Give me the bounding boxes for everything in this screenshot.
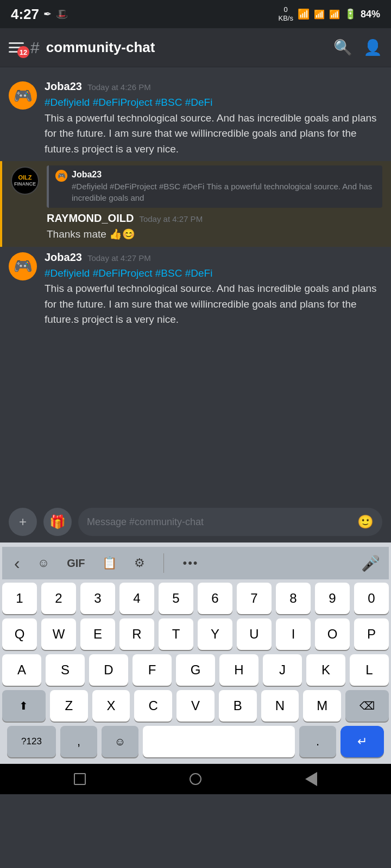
message-placeholder: Message #community-chat [87, 516, 352, 528]
key-1[interactable]: 1 [2, 583, 37, 614]
message-input-field[interactable]: Message #community-chat 🙂 [78, 508, 382, 536]
kb-toolbar-left: ‹ ☺ GIF 📋 ⚙ ••• [11, 551, 202, 576]
key-j[interactable]: J [263, 654, 302, 686]
message-author: Joba23 [45, 80, 82, 93]
channel-title: community-chat [46, 39, 323, 56]
key-t[interactable]: T [159, 618, 193, 650]
status-bar: 4:27 ✒ 🎩 0KB/s 📶 📶 📶 🔋 84% [0, 0, 391, 28]
key-g[interactable]: G [176, 654, 215, 686]
key-7[interactable]: 7 [237, 583, 272, 614]
key-k[interactable]: K [306, 654, 345, 686]
key-w[interactable]: W [41, 618, 76, 650]
key-enter[interactable]: ↵ [340, 726, 384, 757]
gift-button[interactable]: 🎁 [43, 508, 72, 536]
key-2[interactable]: 2 [41, 583, 76, 614]
key-h[interactable]: H [219, 654, 258, 686]
message-time-3: Today at 4:27 PM [87, 253, 151, 263]
message-time-raymond: Today at 4:27 PM [139, 214, 203, 224]
key-a[interactable]: A [2, 654, 41, 686]
key-b[interactable]: B [219, 690, 257, 722]
key-f[interactable]: F [133, 654, 172, 686]
profile-icon[interactable]: 👤 [363, 39, 382, 56]
key-q[interactable]: Q [2, 618, 37, 650]
key-r[interactable]: R [119, 618, 154, 650]
key-period[interactable]: . [299, 726, 336, 757]
nav-back-button[interactable] [305, 772, 317, 786]
key-shift[interactable]: ⬆ [2, 690, 46, 722]
add-button[interactable]: + [9, 508, 37, 536]
reply-preview: #Defiyield #DeFiProject #BSC #DeFi This … [72, 181, 376, 203]
key-num[interactable]: ?123 [7, 726, 56, 757]
nav-square-button[interactable] [74, 773, 86, 785]
keyboard-row-asdf: A S D F G H J K L [2, 654, 389, 686]
kb-more-button[interactable]: ••• [179, 554, 201, 572]
key-8[interactable]: 8 [276, 583, 311, 614]
kb-gif-button[interactable]: GIF [64, 555, 88, 572]
search-icon[interactable]: 🔍 [333, 39, 352, 56]
hat-icon: 🎩 [56, 8, 68, 20]
message-header-3: Joba23 Today at 4:27 PM [45, 251, 382, 264]
kb-settings-button[interactable]: ⚙ [131, 554, 148, 572]
key-m[interactable]: M [303, 690, 341, 722]
message-author-3: Joba23 [45, 251, 82, 264]
wifi-icon: 📶 [298, 8, 310, 20]
emoji-button[interactable]: 🙂 [357, 514, 374, 529]
key-d[interactable]: D [89, 654, 128, 686]
battery-icon: 🔋 [344, 8, 356, 20]
key-p[interactable]: P [354, 618, 389, 650]
reply-discord-icon: 🎮 [58, 172, 66, 180]
message-content: Joba23 Today at 4:26 PM #Defiyield #DeFi… [45, 80, 382, 157]
key-space[interactable] [143, 726, 295, 757]
avatar: 🎮 [9, 81, 37, 110]
key-n[interactable]: N [261, 690, 299, 722]
key-x[interactable]: X [92, 690, 130, 722]
keyboard-row-space: ?123 , ☺ . ↵ [2, 726, 389, 757]
key-z[interactable]: Z [50, 690, 88, 722]
plus-icon: + [19, 514, 27, 529]
key-6[interactable]: 6 [198, 583, 232, 614]
avatar-oilz: OILZFINANCE [11, 167, 39, 195]
key-0[interactable]: 0 [354, 583, 389, 614]
key-s[interactable]: S [46, 654, 85, 686]
key-o[interactable]: O [315, 618, 350, 650]
discord-icon-3: 🎮 [14, 257, 33, 275]
key-c[interactable]: C [134, 690, 172, 722]
message-content-raymond: 🎮 Joba23 #Defiyield #DeFiProject #BSC #D… [47, 165, 382, 242]
feather-icon: ✒ [43, 8, 52, 20]
key-emoji[interactable]: ☺ [102, 726, 138, 757]
nav-triangle-icon [305, 772, 317, 786]
menu-button[interactable]: 12 [9, 42, 24, 53]
key-9[interactable]: 9 [315, 583, 350, 614]
key-v[interactable]: V [176, 690, 215, 722]
channel-hash-icon: # [30, 39, 40, 57]
key-comma[interactable]: , [60, 726, 97, 757]
kb-clipboard-button[interactable]: 📋 [99, 554, 120, 572]
key-u[interactable]: U [237, 618, 272, 650]
message-row: 🎮 Joba23 Today at 4:26 PM #Defiyield #De… [0, 76, 391, 161]
key-i[interactable]: I [276, 618, 311, 650]
reply-text-block: Joba23 #Defiyield #DeFiProject #BSC #DeF… [72, 170, 376, 203]
network-speed: 0KB/s [279, 5, 293, 22]
key-4[interactable]: 4 [119, 583, 154, 614]
nav-home-button[interactable] [190, 773, 201, 785]
key-l[interactable]: L [350, 654, 389, 686]
key-5[interactable]: 5 [159, 583, 193, 614]
key-e[interactable]: E [80, 618, 115, 650]
keyboard-row-qwerty: Q W E R T Y U I O P [2, 618, 389, 650]
reply-block: 🎮 Joba23 #Defiyield #DeFiProject #BSC #D… [47, 165, 382, 208]
kb-smiley-button[interactable]: ☺ [34, 554, 53, 572]
key-3[interactable]: 3 [80, 583, 115, 614]
message-row-3: 🎮 Joba23 Today at 4:27 PM #Defiyield #De… [0, 247, 391, 332]
key-backspace[interactable]: ⌫ [345, 690, 389, 722]
message-header: Joba23 Today at 4:26 PM [45, 80, 382, 93]
kb-back-button[interactable]: ‹ [11, 551, 23, 576]
keyboard-row-numbers: 1 2 3 4 5 6 7 8 9 0 [2, 583, 389, 614]
channel-header: 12 # community-chat 🔍 👤 [0, 28, 391, 67]
reply-author: Joba23 [72, 170, 102, 179]
keyboard-row-zxcv: ⬆ Z X C V B N M ⌫ [2, 690, 389, 722]
oilz-logo: OILZFINANCE [14, 175, 36, 187]
key-y[interactable]: Y [198, 618, 232, 650]
kb-mic-button[interactable]: 🎤 [361, 554, 380, 572]
discord-icon: 🎮 [14, 87, 33, 105]
signal-icon-1: 📶 [314, 9, 325, 20]
